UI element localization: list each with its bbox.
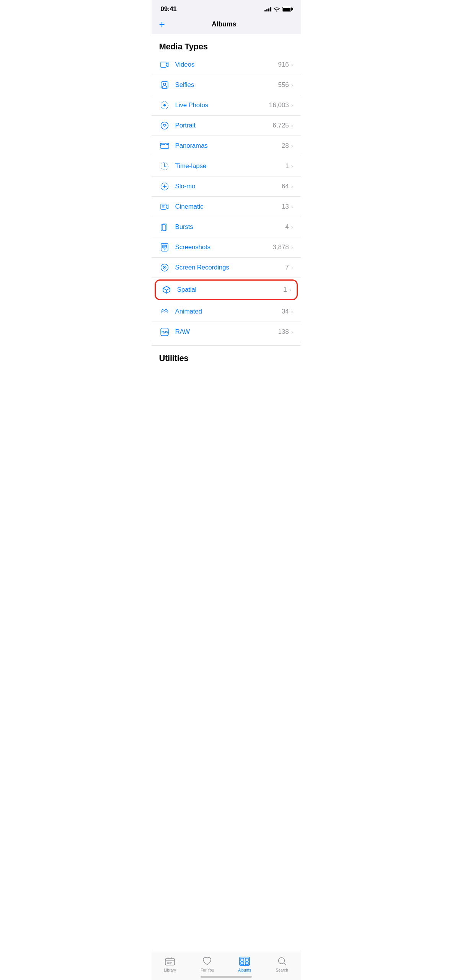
list-item-cinematic[interactable]: Cinematic 13 › <box>152 197 301 217</box>
status-icons <box>264 7 292 11</box>
cinematic-count: 13 <box>282 203 289 211</box>
spatial-label: Spatial <box>177 286 284 294</box>
selfies-label: Selfies <box>175 81 278 89</box>
add-button[interactable]: + <box>159 19 165 29</box>
status-bar: 09:41 <box>152 0 301 16</box>
bursts-count: 4 <box>285 223 289 231</box>
live-photos-chevron: › <box>291 102 293 108</box>
svg-point-4 <box>163 104 166 106</box>
list-item-selfies[interactable]: Selfies 556 › <box>152 75 301 95</box>
battery-icon <box>282 7 292 11</box>
screenshots-label: Screenshots <box>175 243 273 251</box>
media-types-title: Media Types <box>159 42 208 51</box>
raw-chevron: › <box>291 329 293 335</box>
bursts-icon <box>159 222 170 232</box>
time-lapse-chevron: › <box>291 163 293 169</box>
live-photos-label: Live Photos <box>175 101 269 109</box>
bursts-chevron: › <box>291 224 293 230</box>
status-time: 09:41 <box>161 5 177 13</box>
svg-point-5 <box>161 122 168 129</box>
portrait-count: 6,725 <box>273 122 289 129</box>
list-item-portrait[interactable]: Portrait 6,725 › <box>152 116 301 136</box>
cinematic-chevron: › <box>291 204 293 210</box>
slo-mo-count: 64 <box>282 183 289 190</box>
panoramas-count: 28 <box>282 142 289 150</box>
svg-point-6 <box>164 125 165 126</box>
cinematic-icon <box>159 201 170 212</box>
spatial-icon <box>161 284 172 295</box>
slo-mo-label: Slo-mo <box>175 183 282 190</box>
list-item-screen-recordings[interactable]: Screen Recordings 7 › <box>152 258 301 278</box>
svg-point-23 <box>164 267 165 268</box>
content: Media Types Videos 916 › Selfies 556 › <box>152 34 301 405</box>
screenshots-count: 3,878 <box>273 243 289 251</box>
svg-rect-0 <box>161 62 166 67</box>
screen-recordings-count: 7 <box>285 264 289 271</box>
nav-title: Albums <box>212 20 236 28</box>
videos-count: 916 <box>278 61 289 69</box>
list-item-slo-mo[interactable]: Slo-mo 64 › <box>152 176 301 197</box>
panoramas-label: Panoramas <box>175 142 282 150</box>
spatial-count: 1 <box>283 286 287 294</box>
bursts-label: Bursts <box>175 223 286 231</box>
screenshot-icon <box>159 242 170 253</box>
videos-label: Videos <box>175 61 278 69</box>
animated-icon <box>159 306 170 317</box>
nav-bar: + Albums <box>152 16 301 34</box>
time-lapse-label: Time-lapse <box>175 162 286 170</box>
live-photos-icon <box>159 100 170 111</box>
list-item-bursts[interactable]: Bursts 4 › <box>152 217 301 237</box>
raw-label: RAW <box>175 328 278 336</box>
media-types-header: Media Types <box>152 34 301 55</box>
list-item-panoramas[interactable]: Panoramas 28 › <box>152 136 301 156</box>
screen-recordings-chevron: › <box>291 265 293 271</box>
screenshots-chevron: › <box>291 244 293 250</box>
live-photos-count: 16,003 <box>269 101 289 109</box>
screen-recording-icon <box>159 262 170 273</box>
list-item-time-lapse[interactable]: Time-lapse 1 › <box>152 156 301 176</box>
timelapse-icon <box>159 161 170 172</box>
animated-label: Animated <box>175 308 282 315</box>
svg-text:RAW: RAW <box>162 330 169 334</box>
svg-point-20 <box>164 249 165 250</box>
slomo-icon <box>159 181 170 192</box>
raw-icon: RAW <box>159 327 170 337</box>
cinematic-label: Cinematic <box>175 203 282 211</box>
list-item-videos[interactable]: Videos 916 › <box>152 55 301 75</box>
panorama-icon <box>159 140 170 151</box>
portrait-label: Portrait <box>175 122 273 129</box>
signal-icon <box>264 7 271 11</box>
animated-chevron: › <box>291 309 293 315</box>
utilities-title: Utilities <box>159 353 189 363</box>
selfies-count: 556 <box>278 81 289 89</box>
raw-count: 138 <box>278 328 289 336</box>
screen-recordings-label: Screen Recordings <box>175 264 286 271</box>
portrait-icon <box>159 120 170 131</box>
list-item-screenshots[interactable]: Screenshots 3,878 › <box>152 237 301 258</box>
list-item-raw[interactable]: RAW RAW 138 › <box>152 322 301 342</box>
list-item-live-photos[interactable]: Live Photos 16,003 › <box>152 95 301 116</box>
animated-count: 34 <box>282 308 289 315</box>
portrait-chevron: › <box>291 122 293 129</box>
time-lapse-count: 1 <box>285 162 289 170</box>
selfies-chevron: › <box>291 82 293 88</box>
svg-point-2 <box>163 83 166 85</box>
list-item-spatial[interactable]: Spatial 1 › <box>155 279 298 300</box>
slo-mo-chevron: › <box>291 183 293 189</box>
spatial-chevron: › <box>289 287 291 293</box>
panoramas-chevron: › <box>291 143 293 149</box>
video-icon <box>159 59 170 70</box>
list-item-animated[interactable]: Animated 34 › <box>152 302 301 322</box>
utilities-section: Utilities <box>152 345 301 366</box>
videos-chevron: › <box>291 62 293 68</box>
selfie-icon <box>159 80 170 90</box>
wifi-icon <box>274 7 280 11</box>
